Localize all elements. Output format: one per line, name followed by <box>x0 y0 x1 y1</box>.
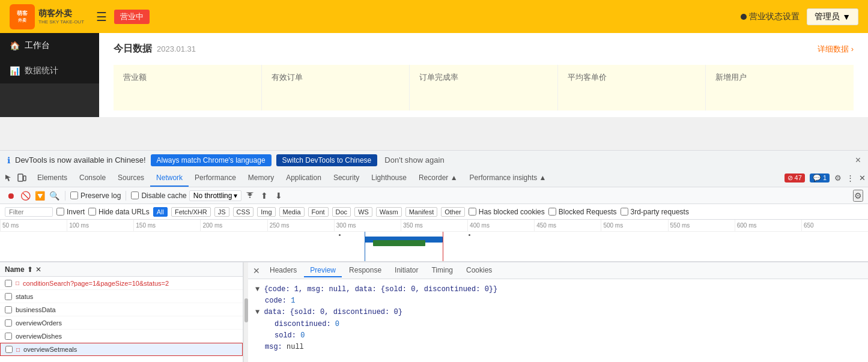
filter-type-img[interactable]: Img <box>257 207 275 217</box>
invert-checkbox[interactable]: Invert <box>56 208 85 216</box>
json-arrow-1[interactable]: ▼ <box>255 285 259 294</box>
filter-type-fetch[interactable]: Fetch/XHR <box>171 207 211 217</box>
req-checkbox-0[interactable] <box>5 280 12 287</box>
close-panel-btn[interactable]: ✕ <box>253 266 260 276</box>
request-item-3[interactable]: overviewOrders <box>0 316 243 330</box>
req-checkbox-2[interactable] <box>5 306 12 313</box>
throttling-dropdown[interactable]: No throttling ▾ <box>189 190 242 201</box>
always-match-btn[interactable]: Always match Chrome's language <box>151 154 272 166</box>
preserve-log-checkbox[interactable]: Preserve log <box>70 192 121 200</box>
detail-tab-cookies[interactable]: Cookies <box>460 264 498 277</box>
scrollbar-thumb[interactable] <box>244 298 248 322</box>
detail-tab-response[interactable]: Response <box>343 264 387 277</box>
request-item-2[interactable]: businessData <box>0 303 243 316</box>
json-line-1[interactable]: ▼ {code: 1, msg: null, data: {sold: 0, d… <box>255 284 861 295</box>
json-line-3[interactable]: ▼ data: {sold: 0, discontinued: 0} <box>255 307 861 318</box>
download-icon[interactable]: ⬇ <box>273 190 285 202</box>
filter-type-doc[interactable]: Doc <box>332 207 351 217</box>
tab-console[interactable]: Console <box>73 169 112 187</box>
filter-type-js[interactable]: JS <box>214 207 229 217</box>
filter-type-font[interactable]: Font <box>308 207 329 217</box>
devtools-toolbar: ⏺ 🚫 🔽 🔍 Preserve log Disable cache No th… <box>0 187 868 204</box>
detail-tabs: ✕ Headers Preview Response Initiator Tim… <box>248 262 868 279</box>
tab-sources[interactable]: Sources <box>112 169 150 187</box>
request-list-header-label: Name <box>5 265 25 274</box>
request-item-0[interactable]: □ conditionSearch?page=1&pageSize=10&sta… <box>0 277 243 290</box>
request-item-4[interactable]: overviewDishes <box>0 330 243 343</box>
disable-cache-input[interactable] <box>131 192 139 199</box>
req-name-5: overviewSetmeals <box>23 346 237 353</box>
invert-input[interactable] <box>56 208 64 216</box>
sidebar-item-stats[interactable]: 📊 数据统计 <box>0 58 99 83</box>
request-list-scrollbar[interactable] <box>243 262 248 362</box>
hamburger-icon[interactable]: ☰ <box>96 10 107 24</box>
blocked-requests-input[interactable] <box>548 208 556 216</box>
filter-type-ws[interactable]: WS <box>354 207 372 217</box>
sort-icon[interactable]: ⬆ <box>27 265 33 274</box>
hide-data-urls-checkbox[interactable]: Hide data URLs <box>88 208 150 216</box>
filter-icon[interactable]: 🔽 <box>34 190 46 202</box>
detail-tab-preview[interactable]: Preview <box>304 264 342 277</box>
timeline-vline-end <box>443 232 443 261</box>
disable-cache-checkbox[interactable]: Disable cache <box>131 192 186 200</box>
wifi-icon[interactable] <box>244 190 256 202</box>
device-icon[interactable] <box>16 172 28 184</box>
admin-button[interactable]: 管理员 ▼ <box>807 8 858 25</box>
req-checkbox-5[interactable] <box>5 346 13 353</box>
detail-tab-headers[interactable]: Headers <box>264 264 303 277</box>
filter-type-css[interactable]: CSS <box>233 207 254 217</box>
svg-rect-0 <box>11 5 34 28</box>
filter-type-all[interactable]: All <box>153 207 168 217</box>
admin-label: 管理员 <box>815 11 840 22</box>
has-blocked-cookies-checkbox[interactable]: Has blocked cookies <box>469 208 545 216</box>
tab-lighthouse[interactable]: Lighthouse <box>365 169 413 187</box>
hide-data-urls-input[interactable] <box>88 208 96 216</box>
req-checkbox-1[interactable] <box>5 293 12 300</box>
notification-close-icon[interactable]: × <box>855 155 861 166</box>
tab-recorder[interactable]: Recorder ▲ <box>413 169 464 187</box>
tab-network[interactable]: Network <box>150 169 189 187</box>
business-status[interactable]: 营业状态设置 <box>741 11 800 22</box>
clear-btn[interactable]: 🚫 <box>19 190 31 202</box>
tab-performance[interactable]: Performance <box>189 169 242 187</box>
request-item-1[interactable]: status <box>0 290 243 303</box>
blocked-requests-checkbox[interactable]: Blocked Requests <box>548 208 617 216</box>
more-options-icon[interactable]: ⋮ <box>846 173 854 183</box>
preserve-log-input[interactable] <box>70 192 78 199</box>
third-party-checkbox[interactable]: 3rd-party requests <box>621 208 689 216</box>
third-party-input[interactable] <box>621 208 628 216</box>
search-btn[interactable]: 🔍 <box>48 190 60 202</box>
req-checkbox-3[interactable] <box>5 319 12 327</box>
detail-link[interactable]: 详细数据 › <box>818 44 854 55</box>
inspect-icon[interactable] <box>2 172 14 184</box>
tab-security[interactable]: Security <box>327 169 365 187</box>
filter-type-wasm[interactable]: Wasm <box>376 207 402 217</box>
filter-input[interactable] <box>5 207 53 217</box>
json-arrow-3[interactable]: ▼ <box>255 308 259 316</box>
filter-type-manifest[interactable]: Manifest <box>405 207 438 217</box>
sidebar-item-workbench[interactable]: 🏠 工作台 <box>0 33 99 58</box>
tab-memory[interactable]: Memory <box>242 169 280 187</box>
req-name-4: overviewDishes <box>16 333 62 340</box>
switch-devtools-btn[interactable]: Switch DevTools to Chinese <box>276 154 378 166</box>
request-item-5[interactable]: □ overviewSetmeals <box>0 343 243 356</box>
upload-icon[interactable]: ⬆ <box>258 190 270 202</box>
dont-show-link[interactable]: Don't show again <box>384 155 444 164</box>
has-blocked-cookies-input[interactable] <box>469 208 476 216</box>
stat-card-completion: 订单完成率 <box>410 65 558 110</box>
close-devtools-icon[interactable]: ✕ <box>859 173 866 183</box>
network-settings-icon[interactable]: ⚙ <box>853 190 863 202</box>
detail-tab-initiator[interactable]: Initiator <box>389 264 424 277</box>
tab-application[interactable]: Application <box>280 169 327 187</box>
tab-performance-insights[interactable]: Performance insights ▲ <box>464 169 553 187</box>
filter-type-other[interactable]: Other <box>441 207 465 217</box>
close-list-icon[interactable]: ✕ <box>35 265 41 274</box>
status-badge: 营业中 <box>114 10 150 24</box>
tab-elements[interactable]: Elements <box>31 169 73 187</box>
filter-type-media[interactable]: Media <box>279 207 305 217</box>
settings-icon[interactable]: ⚙ <box>834 173 842 183</box>
timeline-chart[interactable] <box>0 232 868 261</box>
req-checkbox-4[interactable] <box>5 333 12 340</box>
record-btn[interactable]: ⏺ <box>5 190 17 202</box>
detail-tab-timing[interactable]: Timing <box>425 264 459 277</box>
